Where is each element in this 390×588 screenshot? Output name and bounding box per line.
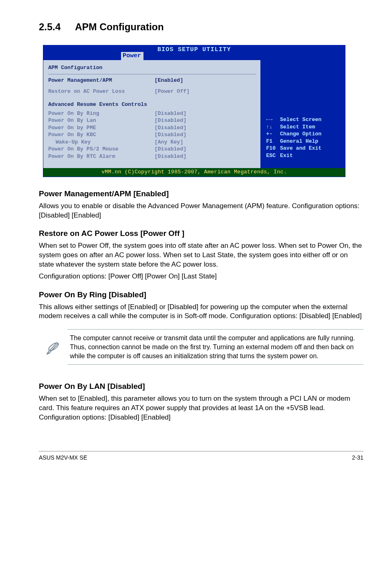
bios-utility-title: BIOS SETUP UTILITY	[43, 45, 345, 54]
item-heading: Restore on AC Power Loss [Power Off ]	[39, 228, 363, 239]
bios-option-row: Power Management/APM [Enabled]	[48, 77, 256, 84]
item-power-on-ring: Power On By Ring [Disabled] This allows …	[39, 290, 363, 321]
bios-option-value: [Disabled]	[155, 117, 186, 124]
section-title-text: APM Configuration	[75, 21, 164, 32]
bios-adv-heading: Advanced Resume Events Controls	[48, 99, 256, 110]
item-body: When set to Power Off, the system goes i…	[39, 241, 363, 269]
bios-option-value: [Enabled]	[155, 77, 183, 84]
bios-option-label: Power On By Ring	[48, 110, 155, 117]
svg-line-2	[49, 343, 58, 353]
bios-copyright: vMM.nn (C)Copyright 1985-2007, American …	[43, 168, 345, 177]
item-heading: Power Management/APM [Enabled]	[39, 189, 363, 199]
bios-help-desc: Exit	[280, 153, 293, 159]
bios-option-value: [Any Key]	[155, 139, 183, 146]
item-heading: Power On By Ring [Disabled]	[39, 290, 363, 300]
bios-help-row: F1General Help	[266, 138, 321, 145]
bios-option-label: Power On By RTC Alarm	[48, 153, 155, 160]
bios-help-desc: Change Option	[280, 131, 321, 137]
bios-option-row: Power On By PS/2 Mouse[Disabled]	[48, 146, 256, 153]
bios-header: BIOS SETUP UTILITY Power	[43, 45, 345, 60]
bios-option-label: Wake-Up Key	[48, 139, 155, 146]
divider	[48, 74, 256, 74]
item-power-on-lan: Power On By LAN [Disabled] When set to […	[39, 381, 363, 422]
bios-help-key: ←→	[266, 116, 280, 123]
bios-help-key: F10	[266, 145, 280, 152]
item-restore-ac: Restore on AC Power Loss [Power Off ] Wh…	[39, 228, 363, 281]
bios-option-row: Power On By RTC Alarm[Disabled]	[48, 153, 256, 160]
bios-option-label: Power On by PME	[48, 124, 155, 132]
bios-option-label: Restore on AC Power Loss	[48, 88, 155, 95]
bios-option-value: [Disabled]	[155, 146, 186, 153]
bios-option-row: Power On By KBC[Disabled]	[48, 131, 256, 139]
bios-option-row: Power On By Lan[Disabled]	[48, 117, 256, 124]
item-body: Configuration options: [Power Off] [Powe…	[39, 272, 363, 281]
bios-option-label: Power Management/APM	[48, 77, 155, 84]
item-body: When set to [Enabled], this parameter al…	[39, 394, 363, 422]
bios-option-value: [Disabled]	[155, 131, 186, 139]
bios-option-value: [Disabled]	[155, 124, 186, 132]
bios-help-key: ↑↓	[266, 123, 280, 131]
footer-right: 2-31	[352, 454, 363, 462]
page-footer: ASUS M2V-MX SE 2-31	[39, 451, 363, 462]
bios-active-tab: Power	[121, 52, 143, 61]
bios-help-desc: Save and Exit	[280, 145, 321, 151]
section-number: 2.5.4	[39, 20, 61, 34]
bios-left-panel: APM Configuration Power Management/APM […	[43, 60, 261, 168]
bios-option-value: [Power Off]	[155, 88, 190, 95]
bios-option-row: Power On by PME[Disabled]	[48, 124, 256, 132]
bios-option-row: Restore on AC Power Loss [Power Off]	[48, 88, 256, 95]
item-power-management: Power Management/APM [Enabled] Allows yo…	[39, 189, 363, 220]
bios-help-key: ESC	[266, 152, 280, 159]
bios-right-panel: ←→Select Screen ↑↓Select Item +-Change O…	[261, 60, 345, 168]
bios-help-row: +-Change Option	[266, 130, 321, 138]
bios-help-row: F10Save and Exit	[266, 145, 321, 152]
bios-help-row: ESCExit	[266, 152, 321, 159]
bios-help-desc: Select Item	[280, 124, 315, 130]
note-text: The computer cannot receive or transmit …	[67, 329, 363, 365]
bios-option-row: Wake-Up Key[Any Key]	[48, 139, 256, 146]
bios-option-label: Power On By Lan	[48, 117, 155, 124]
bios-help-desc: Select Screen	[280, 117, 321, 123]
bios-panel-title: APM Configuration	[48, 63, 256, 73]
bios-help-desc: General Help	[280, 138, 318, 144]
bios-option-row: Power On By Ring[Disabled]	[48, 110, 256, 117]
item-heading: Power On By LAN [Disabled]	[39, 381, 363, 392]
bios-option-label: Power On By PS/2 Mouse	[48, 146, 155, 153]
bios-help-key: F1	[266, 138, 280, 145]
bios-help-key: +-	[266, 130, 280, 138]
section-heading: 2.5.4APM Configuration	[39, 20, 363, 34]
bios-screenshot: BIOS SETUP UTILITY Power APM Configurati…	[43, 45, 345, 177]
bios-option-value: [Disabled]	[155, 153, 186, 160]
bios-help-row: ↑↓Select Item	[266, 123, 321, 131]
note-box: The computer cannot receive or transmit …	[39, 329, 363, 365]
bios-option-label: Power On By KBC	[48, 131, 155, 139]
footer-left: ASUS M2V-MX SE	[39, 454, 87, 462]
pencil-icon	[39, 329, 67, 365]
item-body: Allows you to enable or disable the Adva…	[39, 202, 363, 220]
bios-help-row: ←→Select Screen	[266, 116, 321, 123]
bios-option-value: [Disabled]	[155, 110, 186, 117]
item-body: This allows either settings of [Enabled]…	[39, 303, 363, 321]
